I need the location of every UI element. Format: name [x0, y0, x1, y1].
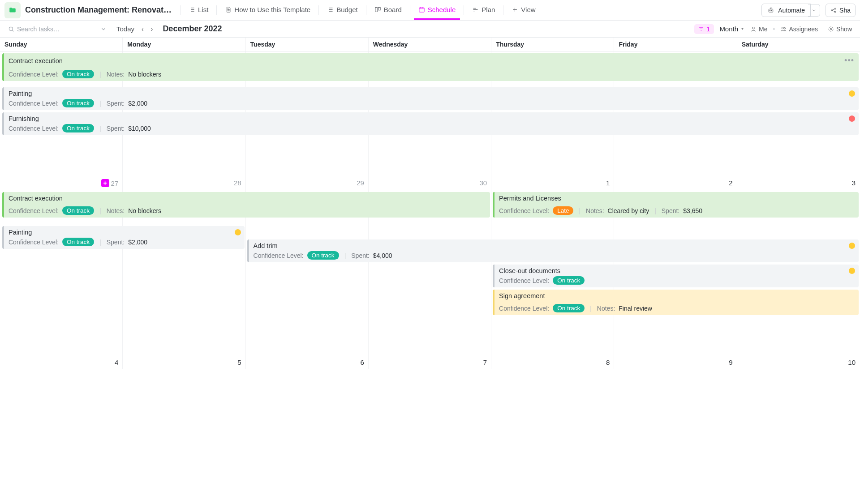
tab-budget[interactable]: Budget	[322, 1, 362, 20]
event-meta: Confidence Level: On track | Spent: $10,…	[9, 124, 859, 132]
date-cell[interactable]: +27	[0, 179, 123, 188]
date-cell[interactable]: 9	[614, 359, 737, 367]
plus-icon	[512, 6, 518, 13]
event-meta: Confidence Level: On track | Spent: $2,0…	[9, 238, 245, 246]
divider	[503, 5, 503, 15]
event-closeout-documents[interactable]: Close-out documents Confidence Level: On…	[493, 265, 859, 287]
filter-indicator[interactable]: 1	[694, 24, 714, 34]
event-title: Furnishing	[9, 115, 39, 122]
event-meta: Confidence Level: On track	[499, 276, 859, 285]
meta-value: $3,650	[683, 207, 702, 214]
event-title: Painting	[9, 90, 32, 97]
assignees-filter[interactable]: Assignees	[780, 26, 818, 33]
date-cell[interactable]: 30	[369, 179, 491, 188]
tab-add-view[interactable]: View	[507, 1, 540, 20]
people-icon	[780, 26, 787, 32]
next-button[interactable]: ›	[149, 25, 155, 34]
event-title: Contract execution	[9, 57, 63, 64]
search-input[interactable]: Search tasks…	[8, 26, 107, 33]
meta-label: Spent:	[107, 100, 125, 107]
calendar-body: Contract execution ••• Confidence Level:…	[0, 51, 860, 502]
today-button[interactable]: Today	[116, 25, 134, 33]
event-title: Painting	[9, 229, 32, 236]
tab-label: Plan	[482, 6, 495, 13]
share-label: Sha	[839, 7, 851, 14]
day-header: Friday	[614, 38, 737, 51]
tab-schedule[interactable]: Schedule	[414, 1, 460, 20]
calendar-toolbar: Search tasks… Today ‹ › December 2022 1 …	[0, 21, 860, 38]
automate-split: Automate	[761, 4, 820, 17]
event-add-trim[interactable]: Add trim Confidence Level: On track | Sp…	[247, 239, 859, 262]
tab-label: Budget	[336, 6, 358, 13]
view-range-dropdown[interactable]: Month	[719, 25, 745, 33]
meta-label: Spent:	[107, 239, 125, 246]
page-title[interactable]: Construction Management: Renovatio…	[25, 5, 173, 15]
automate-button[interactable]: Automate	[761, 4, 811, 17]
prev-button[interactable]: ‹	[140, 25, 146, 34]
event-painting[interactable]: Painting Confidence Level: On track | Sp…	[2, 87, 859, 110]
tab-plan[interactable]: Plan	[468, 1, 499, 20]
day-header: Monday	[123, 38, 245, 51]
assignees-label: Assignees	[789, 26, 818, 33]
date-cell[interactable]: 8	[491, 359, 614, 367]
tab-label: Schedule	[428, 6, 456, 13]
event-meta: Confidence Level: On track | Notes: Fina…	[499, 304, 859, 312]
event-furnishing[interactable]: Furnishing Confidence Level: On track | …	[2, 112, 859, 135]
divider	[216, 5, 217, 15]
svg-point-5	[771, 10, 772, 11]
event-painting[interactable]: Painting Confidence Level: On track | Sp…	[2, 226, 245, 249]
event-contract-execution[interactable]: Contract execution Confidence Level: On …	[2, 192, 490, 218]
tab-label: Board	[384, 6, 402, 13]
day-header: Saturday	[737, 38, 860, 51]
meta-value: Final review	[619, 305, 652, 312]
date-cell[interactable]: 29	[246, 179, 369, 188]
meta-label: Confidence Level:	[9, 71, 59, 78]
day-header: Thursday	[491, 38, 614, 51]
date-cell[interactable]: 4	[0, 359, 123, 367]
date-cell[interactable]: 28	[123, 179, 245, 188]
event-title: Contract execution	[9, 195, 63, 202]
meta-label: Confidence Level:	[499, 277, 549, 284]
event-meta: Confidence Level: On track | Spent: $2,0…	[9, 99, 859, 107]
date-cell[interactable]: 1	[491, 179, 614, 188]
automate-dropdown[interactable]	[808, 4, 820, 17]
date-cell[interactable]: 7	[369, 359, 491, 367]
date-cell[interactable]: 2	[614, 179, 737, 188]
event-permits-licenses[interactable]: Permits and Licenses Confidence Level: L…	[493, 192, 859, 218]
share-icon	[830, 7, 837, 13]
meta-label: Notes:	[597, 305, 615, 312]
status-badge: On track	[62, 70, 94, 78]
tab-list[interactable]: List	[184, 1, 213, 20]
share-button[interactable]: Sha	[826, 4, 856, 17]
meta-label: Confidence Level:	[9, 239, 59, 246]
date-cell[interactable]: 3	[737, 179, 860, 188]
me-filter[interactable]: Me	[750, 26, 767, 33]
status-dot-icon	[235, 229, 241, 235]
show-toggle[interactable]: Show	[828, 26, 852, 33]
tab-label: View	[521, 6, 535, 13]
status-badge: On track	[307, 251, 339, 260]
date-nav: ‹ ›	[140, 25, 155, 34]
list-icon	[327, 6, 334, 13]
date-cell[interactable]: 10	[737, 359, 860, 367]
status-dot-icon	[849, 268, 855, 274]
status-dot-icon	[849, 115, 855, 122]
meta-label: Confidence Level:	[9, 207, 59, 214]
tab-board[interactable]: Board	[370, 1, 406, 20]
svg-rect-3	[769, 9, 773, 12]
calendar-icon	[418, 6, 425, 13]
event-menu-icon[interactable]: •••	[844, 56, 859, 65]
date-cell[interactable]: 6	[246, 359, 369, 367]
separator: ●	[773, 27, 775, 31]
doc-icon	[225, 6, 232, 13]
chevron-down-icon[interactable]	[100, 26, 107, 32]
add-event-icon[interactable]: +	[101, 179, 109, 187]
automate-label: Automate	[778, 7, 805, 14]
date-cell[interactable]: 5	[123, 359, 245, 367]
tab-label: List	[198, 6, 208, 13]
event-title: Sign agreement	[499, 292, 545, 299]
event-sign-agreement[interactable]: Sign agreement Confidence Level: On trac…	[493, 290, 859, 315]
search-icon	[8, 26, 14, 32]
event-contract-execution[interactable]: Contract execution ••• Confidence Level:…	[2, 53, 859, 81]
tab-howto[interactable]: How to Use this Template	[220, 1, 315, 20]
